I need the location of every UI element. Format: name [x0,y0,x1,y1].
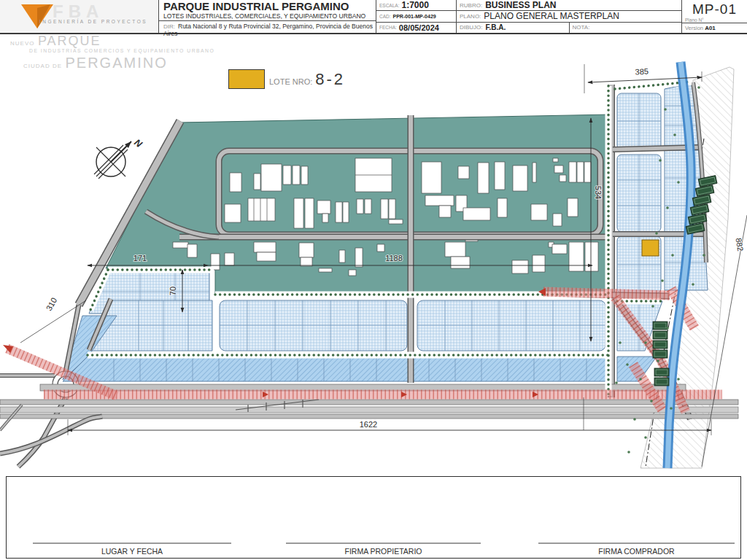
sheet-cell: MP-01 Plano N° Version A01 [682,0,747,33]
project-subtitle: LOTES INDUSTRIALES, COMERCIALES, Y EQUIP… [159,12,376,20]
signature-label-place-date: LUGAR Y FECHA [101,547,163,556]
watermark-big-1: PARQUE [38,34,101,48]
cad-value: PPR-001-MP-0429 [393,14,436,19]
project-title: PARQUE INDUSTRIAL PERGAMINO [159,0,376,12]
svg-text:882: 882 [735,237,746,252]
dibujo-half: DIBUJO: F.B.A. [457,23,570,33]
rubro-row: RUBRO: BUSINESS PLAN [457,0,681,11]
sheet-label: Plano N° [682,18,747,23]
svg-text:310: 310 [44,296,58,312]
plano-value: PLANO GENERAL MASTERPLAN [484,11,619,21]
signature-line-owner[interactable]: FIRMA PROPIETARIO [286,542,481,557]
cad-label: CAD: [379,14,391,19]
dibujo-nota-row: DIBUJO: F.B.A. NOTA: [457,23,681,33]
rubro-value: BUSINESS PLAN [485,0,556,10]
title-block: FBA INGENIERÍA DE PROYECTOS PARQUE INDUS… [0,0,747,34]
sheet-number: MP-01 [682,0,747,18]
signature-line-buyer[interactable]: FIRMA COMPRADOR [538,542,735,557]
dir-label: DIR: [163,23,175,30]
rubro-label: RUBRO: [460,2,482,9]
masterplan-sheet: 385 534 882 171 1188 70 310 1622 N [0,0,747,560]
svg-text:N: N [132,137,144,150]
escala-row: ESCALA: 1:7000 [376,0,456,11]
sheet-version: Version A01 [682,23,747,33]
lot-legend-label: LOTE NRO: [269,77,312,86]
nota-half: NOTA: [570,23,682,33]
lot-legend: LOTE NRO: 8-2 [228,69,345,89]
dibujo-value: F.B.A. [486,23,506,31]
version-label: Version [685,25,703,31]
watermark-prefix-3: CIUDAD DE [23,63,62,69]
svg-text:70: 70 [169,287,177,295]
nota-label: NOTA: [573,24,590,31]
meta-left-cell: ESCALA: 1:7000 CAD: PPR-001-MP-0429 FECH… [376,0,457,33]
fba-logo-icon [20,4,54,30]
lot-color-swatch [228,69,265,89]
signature-label-buyer: FIRMA COMPRADOR [598,547,674,556]
north-compass-icon: N [94,137,144,179]
plano-row: PLANO: PLANO GENERAL MASTERPLAN [457,11,681,22]
signature-box: LUGAR Y FECHA FIRMA PROPIETARIO FIRMA CO… [6,476,741,559]
svg-text:534: 534 [594,186,603,199]
logo-tagline: INGENIERÍA DE PROYECTOS [39,19,147,24]
plano-label: PLANO: [460,13,481,20]
highlighted-lot-8-2[interactable] [642,240,659,256]
watermark-big-3: PERGAMINO [65,55,167,71]
svg-text:171: 171 [133,254,147,262]
fecha-row: FECHA: 08/05/2024 [376,23,456,33]
project-cell: PARQUE INDUSTRIAL PERGAMINO LOTES INDUST… [159,0,376,33]
version-value: A01 [705,25,716,31]
logo-cell: FBA INGENIERÍA DE PROYECTOS [0,0,159,33]
dibujo-label: DIBUJO: [460,24,483,31]
watermark-prefix-1: NUEVO [10,40,34,47]
signature-line-place-date[interactable]: LUGAR Y FECHA [33,542,231,557]
watermark-heading: NUEVO PARQUE DE INDUSTRIAS COMERCIOS Y E… [10,34,214,70]
watermark-line-2: DE INDUSTRIAS COMERCIOS Y EQUIPAMIENTO U… [29,49,214,54]
escala-label: ESCALA: [379,3,399,8]
cad-row: CAD: PPR-001-MP-0429 [376,11,456,22]
signature-label-owner: FIRMA PROPIETARIO [345,547,422,556]
meta-right-cell: RUBRO: BUSINESS PLAN PLANO: PLANO GENERA… [457,0,682,33]
fecha-label: FECHA: [379,25,397,30]
svg-text:385: 385 [635,67,649,77]
svg-text:1188: 1188 [385,254,403,262]
svg-text:1622: 1622 [360,420,377,429]
escala-value: 1:7000 [401,0,428,10]
lot-legend-value: 8-2 [315,70,345,89]
fecha-value: 08/05/2024 [399,23,439,32]
lot-row-commercial [90,300,662,351]
